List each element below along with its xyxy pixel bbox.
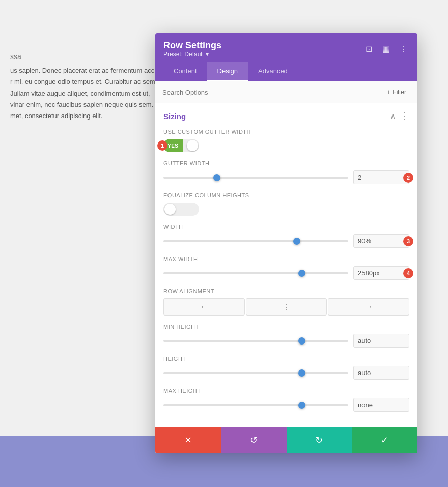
- field-max-height: Max Height: [163, 388, 409, 412]
- redo-button[interactable]: ↻: [287, 427, 352, 453]
- value-wrap-width: 3: [353, 234, 409, 248]
- panel-header: Row Settings Preset: Default ▾ ⊡ ▦ ⋮ Con…: [155, 33, 417, 81]
- sizing-section: Sizing ∧ ⋮ Use Custom Gutter Width 1 YES: [155, 103, 417, 427]
- field-control-min-height: [163, 334, 409, 348]
- filter-label: Filter: [393, 89, 406, 96]
- badge-2: 2: [403, 173, 413, 183]
- toggle-no[interactable]: NO: [163, 203, 199, 216]
- slider-max-width: [163, 268, 348, 278]
- value-wrap-max-height: [353, 398, 409, 412]
- row-settings-panel: Row Settings Preset: Default ▾ ⊡ ▦ ⋮ Con…: [155, 33, 417, 453]
- filter-plus-icon: +: [387, 89, 390, 96]
- panel-tabs: Content Design Advanced: [163, 62, 409, 81]
- panel-preset[interactable]: Preset: Default ▾: [163, 51, 221, 58]
- save-icon: ✓: [381, 435, 388, 446]
- slider-width: [163, 236, 348, 246]
- field-control-height: [163, 366, 409, 380]
- range-min-height[interactable]: [163, 340, 348, 342]
- value-input-width[interactable]: [353, 234, 409, 248]
- align-center-icon: ⋮: [283, 302, 291, 312]
- value-wrap-max-width: 4: [353, 266, 409, 280]
- value-wrap-height: [353, 366, 409, 380]
- field-label-row-alignment: Row Alignment: [163, 288, 409, 294]
- align-right-icon: →: [365, 302, 373, 311]
- align-left-icon: ←: [200, 302, 208, 311]
- field-use-custom-gutter: Use Custom Gutter Width 1 YES: [163, 129, 409, 152]
- panel-title: Row Settings: [163, 40, 221, 51]
- reset-button[interactable]: ↺: [221, 427, 287, 453]
- field-equalize: Equalize Column Heights NO: [163, 192, 409, 216]
- badge-1: 1: [157, 140, 167, 151]
- align-center-btn[interactable]: ⋮: [246, 298, 327, 316]
- slider-height: [163, 368, 348, 378]
- value-wrap-gutter: 2: [353, 170, 409, 184]
- field-control-gutter-width: 2: [163, 170, 409, 184]
- value-wrap-min-height: [353, 334, 409, 348]
- field-width: Width 3: [163, 224, 409, 248]
- columns-icon[interactable]: ▦: [380, 43, 392, 55]
- field-control-gutter: 1 YES: [163, 139, 409, 152]
- value-input-max-width[interactable]: [353, 266, 409, 280]
- range-width[interactable]: [163, 240, 348, 242]
- field-label-min-height: Min Height: [163, 324, 409, 330]
- field-label-max-height: Max Height: [163, 388, 409, 394]
- range-max-height[interactable]: [163, 404, 348, 406]
- range-max-width[interactable]: [163, 272, 348, 274]
- redo-icon: ↻: [315, 435, 323, 446]
- section-more-icon[interactable]: ⋮: [400, 110, 409, 122]
- field-label-equalize: Equalize Column Heights: [163, 192, 409, 198]
- align-left-btn[interactable]: ←: [163, 298, 245, 316]
- more-icon[interactable]: ⋮: [397, 43, 409, 55]
- alignment-buttons: ← ⋮ →: [163, 298, 409, 316]
- section-controls: ∧ ⋮: [390, 110, 409, 122]
- range-gutter[interactable]: [163, 177, 348, 179]
- section-title: Sizing: [163, 112, 186, 121]
- slider-max-height: [163, 400, 348, 410]
- action-bar: ✕ ↺ ↻ ✓: [155, 427, 417, 453]
- align-right-btn[interactable]: →: [328, 298, 409, 316]
- tab-content[interactable]: Content: [163, 62, 207, 81]
- badge-4: 4: [403, 268, 413, 278]
- search-bar: + Filter: [155, 81, 417, 103]
- field-gutter-width: Gutter Width 2: [163, 160, 409, 184]
- cancel-icon: ✕: [184, 435, 192, 446]
- range-height[interactable]: [163, 372, 348, 374]
- tab-advanced[interactable]: Advanced: [248, 62, 298, 81]
- field-label-width: Width: [163, 224, 409, 230]
- header-icons: ⊡ ▦ ⋮: [362, 43, 409, 55]
- save-button[interactable]: ✓: [352, 427, 417, 453]
- page-text: ssa us sapien. Donec placerat erat ac fe…: [10, 51, 158, 122]
- field-label-height: Height: [163, 356, 409, 362]
- slider-gutter: [163, 173, 348, 183]
- panel-content: Sizing ∧ ⋮ Use Custom Gutter Width 1 YES: [155, 103, 417, 427]
- toggle-yes[interactable]: YES: [163, 139, 199, 152]
- panel-title-group: Row Settings Preset: Default ▾: [163, 40, 221, 58]
- field-min-height: Min Height: [163, 324, 409, 348]
- field-row-alignment: Row Alignment ← ⋮ →: [163, 288, 409, 316]
- section-header: Sizing ∧ ⋮: [163, 110, 409, 122]
- field-control-equalize: NO: [163, 203, 409, 216]
- field-control-max-width: 4: [163, 266, 409, 280]
- toggle-no-knob: [164, 204, 176, 215]
- value-input-min-height[interactable]: [353, 334, 409, 348]
- toggle-knob: [187, 140, 198, 151]
- field-control-max-height: [163, 398, 409, 412]
- field-control-width: 3: [163, 234, 409, 248]
- field-height: Height: [163, 356, 409, 380]
- filter-button[interactable]: + Filter: [383, 87, 410, 98]
- cancel-button[interactable]: ✕: [155, 427, 221, 453]
- value-input-gutter[interactable]: [353, 170, 409, 184]
- value-input-height[interactable]: [353, 366, 409, 380]
- value-input-max-height[interactable]: [353, 398, 409, 412]
- reset-icon: ↺: [250, 435, 258, 446]
- tab-design[interactable]: Design: [207, 62, 248, 81]
- field-label-gutter-width: Gutter Width: [163, 160, 409, 166]
- search-input[interactable]: [162, 89, 383, 96]
- field-label-max-width: Max Width: [163, 256, 409, 262]
- field-label-gutter: Use Custom Gutter Width: [163, 129, 409, 135]
- badge-3: 3: [403, 236, 413, 246]
- expand-icon[interactable]: ⊡: [362, 43, 375, 55]
- field-max-width: Max Width 4: [163, 256, 409, 280]
- section-collapse-icon[interactable]: ∧: [390, 111, 396, 121]
- slider-min-height: [163, 336, 348, 346]
